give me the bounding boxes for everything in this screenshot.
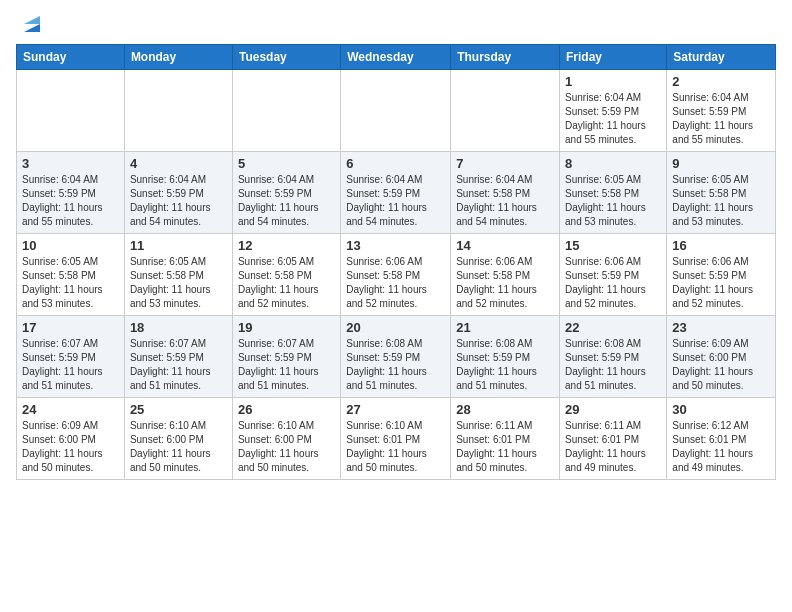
weekday-header-wednesday: Wednesday (341, 45, 451, 70)
day-info: Sunrise: 6:11 AM Sunset: 6:01 PM Dayligh… (456, 419, 554, 475)
day-number: 27 (346, 402, 445, 417)
day-info: Sunrise: 6:04 AM Sunset: 5:59 PM Dayligh… (130, 173, 227, 229)
day-number: 12 (238, 238, 335, 253)
header (16, 10, 776, 38)
day-info: Sunrise: 6:04 AM Sunset: 5:59 PM Dayligh… (346, 173, 445, 229)
day-number: 19 (238, 320, 335, 335)
day-number: 26 (238, 402, 335, 417)
day-cell: 19Sunrise: 6:07 AM Sunset: 5:59 PM Dayli… (232, 316, 340, 398)
day-number: 30 (672, 402, 770, 417)
day-info: Sunrise: 6:10 AM Sunset: 6:00 PM Dayligh… (130, 419, 227, 475)
week-row-3: 10Sunrise: 6:05 AM Sunset: 5:58 PM Dayli… (17, 234, 776, 316)
day-cell (341, 70, 451, 152)
day-cell: 8Sunrise: 6:05 AM Sunset: 5:58 PM Daylig… (560, 152, 667, 234)
day-info: Sunrise: 6:12 AM Sunset: 6:01 PM Dayligh… (672, 419, 770, 475)
day-number: 1 (565, 74, 661, 89)
day-info: Sunrise: 6:04 AM Sunset: 5:59 PM Dayligh… (238, 173, 335, 229)
day-info: Sunrise: 6:06 AM Sunset: 5:58 PM Dayligh… (456, 255, 554, 311)
day-number: 13 (346, 238, 445, 253)
day-number: 25 (130, 402, 227, 417)
day-cell: 5Sunrise: 6:04 AM Sunset: 5:59 PM Daylig… (232, 152, 340, 234)
day-info: Sunrise: 6:04 AM Sunset: 5:59 PM Dayligh… (672, 91, 770, 147)
day-info: Sunrise: 6:10 AM Sunset: 6:00 PM Dayligh… (238, 419, 335, 475)
weekday-header-saturday: Saturday (667, 45, 776, 70)
week-row-2: 3Sunrise: 6:04 AM Sunset: 5:59 PM Daylig… (17, 152, 776, 234)
day-number: 5 (238, 156, 335, 171)
day-number: 7 (456, 156, 554, 171)
day-cell: 28Sunrise: 6:11 AM Sunset: 6:01 PM Dayli… (451, 398, 560, 480)
day-number: 22 (565, 320, 661, 335)
logo-icon (18, 10, 46, 38)
day-cell: 30Sunrise: 6:12 AM Sunset: 6:01 PM Dayli… (667, 398, 776, 480)
week-row-4: 17Sunrise: 6:07 AM Sunset: 5:59 PM Dayli… (17, 316, 776, 398)
day-info: Sunrise: 6:07 AM Sunset: 5:59 PM Dayligh… (22, 337, 119, 393)
day-number: 3 (22, 156, 119, 171)
logo (16, 10, 46, 38)
day-cell: 2Sunrise: 6:04 AM Sunset: 5:59 PM Daylig… (667, 70, 776, 152)
weekday-header-row: SundayMondayTuesdayWednesdayThursdayFrid… (17, 45, 776, 70)
day-cell: 14Sunrise: 6:06 AM Sunset: 5:58 PM Dayli… (451, 234, 560, 316)
day-cell (17, 70, 125, 152)
day-number: 20 (346, 320, 445, 335)
day-number: 16 (672, 238, 770, 253)
day-number: 28 (456, 402, 554, 417)
day-cell: 24Sunrise: 6:09 AM Sunset: 6:00 PM Dayli… (17, 398, 125, 480)
day-cell: 15Sunrise: 6:06 AM Sunset: 5:59 PM Dayli… (560, 234, 667, 316)
day-info: Sunrise: 6:08 AM Sunset: 5:59 PM Dayligh… (565, 337, 661, 393)
day-cell: 4Sunrise: 6:04 AM Sunset: 5:59 PM Daylig… (124, 152, 232, 234)
day-cell: 11Sunrise: 6:05 AM Sunset: 5:58 PM Dayli… (124, 234, 232, 316)
weekday-header-friday: Friday (560, 45, 667, 70)
day-info: Sunrise: 6:04 AM Sunset: 5:59 PM Dayligh… (22, 173, 119, 229)
day-number: 11 (130, 238, 227, 253)
day-number: 2 (672, 74, 770, 89)
day-info: Sunrise: 6:08 AM Sunset: 5:59 PM Dayligh… (456, 337, 554, 393)
weekday-header-tuesday: Tuesday (232, 45, 340, 70)
day-cell: 3Sunrise: 6:04 AM Sunset: 5:59 PM Daylig… (17, 152, 125, 234)
day-number: 18 (130, 320, 227, 335)
day-cell: 27Sunrise: 6:10 AM Sunset: 6:01 PM Dayli… (341, 398, 451, 480)
day-info: Sunrise: 6:11 AM Sunset: 6:01 PM Dayligh… (565, 419, 661, 475)
day-info: Sunrise: 6:10 AM Sunset: 6:01 PM Dayligh… (346, 419, 445, 475)
day-number: 4 (130, 156, 227, 171)
day-info: Sunrise: 6:04 AM Sunset: 5:59 PM Dayligh… (565, 91, 661, 147)
day-number: 14 (456, 238, 554, 253)
day-info: Sunrise: 6:09 AM Sunset: 6:00 PM Dayligh… (22, 419, 119, 475)
day-number: 24 (22, 402, 119, 417)
day-info: Sunrise: 6:07 AM Sunset: 5:59 PM Dayligh… (130, 337, 227, 393)
day-cell: 6Sunrise: 6:04 AM Sunset: 5:59 PM Daylig… (341, 152, 451, 234)
day-number: 21 (456, 320, 554, 335)
day-cell: 7Sunrise: 6:04 AM Sunset: 5:58 PM Daylig… (451, 152, 560, 234)
day-number: 6 (346, 156, 445, 171)
week-row-5: 24Sunrise: 6:09 AM Sunset: 6:00 PM Dayli… (17, 398, 776, 480)
week-row-1: 1Sunrise: 6:04 AM Sunset: 5:59 PM Daylig… (17, 70, 776, 152)
svg-marker-1 (24, 16, 40, 24)
weekday-header-monday: Monday (124, 45, 232, 70)
page: SundayMondayTuesdayWednesdayThursdayFrid… (0, 0, 792, 490)
day-info: Sunrise: 6:05 AM Sunset: 5:58 PM Dayligh… (130, 255, 227, 311)
day-cell: 17Sunrise: 6:07 AM Sunset: 5:59 PM Dayli… (17, 316, 125, 398)
svg-marker-0 (24, 24, 40, 32)
day-info: Sunrise: 6:06 AM Sunset: 5:58 PM Dayligh… (346, 255, 445, 311)
day-info: Sunrise: 6:05 AM Sunset: 5:58 PM Dayligh… (565, 173, 661, 229)
day-info: Sunrise: 6:05 AM Sunset: 5:58 PM Dayligh… (672, 173, 770, 229)
day-number: 23 (672, 320, 770, 335)
day-cell (451, 70, 560, 152)
day-info: Sunrise: 6:09 AM Sunset: 6:00 PM Dayligh… (672, 337, 770, 393)
day-info: Sunrise: 6:04 AM Sunset: 5:58 PM Dayligh… (456, 173, 554, 229)
weekday-header-sunday: Sunday (17, 45, 125, 70)
day-cell: 21Sunrise: 6:08 AM Sunset: 5:59 PM Dayli… (451, 316, 560, 398)
day-number: 8 (565, 156, 661, 171)
calendar-table: SundayMondayTuesdayWednesdayThursdayFrid… (16, 44, 776, 480)
day-cell: 16Sunrise: 6:06 AM Sunset: 5:59 PM Dayli… (667, 234, 776, 316)
day-number: 9 (672, 156, 770, 171)
day-cell: 12Sunrise: 6:05 AM Sunset: 5:58 PM Dayli… (232, 234, 340, 316)
day-cell: 26Sunrise: 6:10 AM Sunset: 6:00 PM Dayli… (232, 398, 340, 480)
day-info: Sunrise: 6:05 AM Sunset: 5:58 PM Dayligh… (22, 255, 119, 311)
day-number: 17 (22, 320, 119, 335)
day-cell: 18Sunrise: 6:07 AM Sunset: 5:59 PM Dayli… (124, 316, 232, 398)
day-info: Sunrise: 6:07 AM Sunset: 5:59 PM Dayligh… (238, 337, 335, 393)
day-cell: 23Sunrise: 6:09 AM Sunset: 6:00 PM Dayli… (667, 316, 776, 398)
day-cell: 25Sunrise: 6:10 AM Sunset: 6:00 PM Dayli… (124, 398, 232, 480)
day-info: Sunrise: 6:06 AM Sunset: 5:59 PM Dayligh… (565, 255, 661, 311)
day-cell: 1Sunrise: 6:04 AM Sunset: 5:59 PM Daylig… (560, 70, 667, 152)
